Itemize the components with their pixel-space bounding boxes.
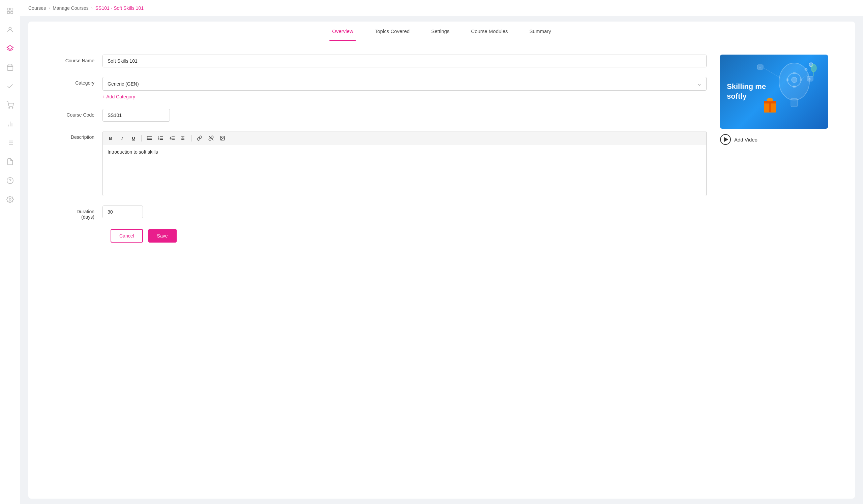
course-code-label: Course Code xyxy=(55,109,102,118)
category-value: Generic (GEN) xyxy=(108,81,139,87)
svg-rect-25 xyxy=(148,137,152,137)
svg-point-23 xyxy=(9,198,11,201)
tab-topics-covered[interactable]: Topics Covered xyxy=(372,22,412,41)
description-label: Description xyxy=(55,131,102,140)
svg-rect-27 xyxy=(148,138,152,139)
cancel-button[interactable]: Cancel xyxy=(111,229,143,243)
list-icon[interactable] xyxy=(5,138,15,148)
toolbar-sep-1 xyxy=(141,135,141,142)
course-name-input[interactable] xyxy=(102,55,706,67)
svg-marker-5 xyxy=(7,46,13,50)
tab-settings[interactable]: Settings xyxy=(428,22,452,41)
breadcrumb-courses[interactable]: Courses xyxy=(28,5,46,11)
tab-overview[interactable]: Overview xyxy=(329,22,356,41)
ordered-list-button[interactable]: 1. 2. 3. xyxy=(156,133,166,143)
svg-rect-0 xyxy=(7,8,9,10)
save-button[interactable]: Save xyxy=(148,229,177,243)
calendar-icon[interactable] xyxy=(5,62,15,73)
settings-icon[interactable] xyxy=(5,194,15,205)
category-select-wrap: Generic (GEN) ⌄ xyxy=(102,77,706,91)
chevron-down-icon: ⌄ xyxy=(697,80,701,87)
svg-rect-31 xyxy=(160,137,163,137)
chart-icon[interactable] xyxy=(5,119,15,129)
image-button[interactable] xyxy=(217,133,227,143)
add-video-button[interactable]: Add Video xyxy=(720,134,828,145)
svg-text:3.: 3. xyxy=(158,138,160,140)
bullet-list-button[interactable] xyxy=(144,133,154,143)
document-icon[interactable] xyxy=(5,156,15,167)
svg-rect-51 xyxy=(793,86,796,88)
breadcrumb-current: SS101 - Soft Skills 101 xyxy=(96,5,143,11)
breadcrumb: Courses › Manage Courses › SS101 - Soft … xyxy=(20,0,863,16)
play-triangle xyxy=(724,137,728,142)
tab-course-modules[interactable]: Course Modules xyxy=(468,22,510,41)
user-icon[interactable] xyxy=(5,24,15,35)
svg-line-62 xyxy=(764,68,781,78)
svg-rect-52 xyxy=(787,78,788,81)
bold-button[interactable]: B xyxy=(105,133,116,143)
check-icon[interactable] xyxy=(5,81,15,92)
indent-left-button[interactable] xyxy=(167,133,177,143)
thumbnail-text: Skilling me softly xyxy=(727,82,766,101)
breadcrumb-sep-1: › xyxy=(49,6,50,11)
svg-point-46 xyxy=(222,137,222,138)
layers-icon[interactable] xyxy=(5,43,15,54)
toolbar-sep-2 xyxy=(191,135,192,142)
description-row: Description B I U xyxy=(55,131,706,196)
svg-point-21 xyxy=(7,178,13,184)
duration-label: Duration(days) xyxy=(55,206,102,220)
dashboard-icon[interactable] xyxy=(5,5,15,16)
add-category-button[interactable]: + Add Category xyxy=(102,94,706,99)
svg-text:☺: ☺ xyxy=(759,66,761,69)
tabs-nav: Overview Topics Covered Settings Course … xyxy=(28,22,855,41)
help-icon[interactable] xyxy=(5,175,15,186)
svg-rect-3 xyxy=(11,11,12,13)
editor-toolbar: B I U xyxy=(103,131,706,145)
category-label: Category xyxy=(55,77,102,86)
svg-rect-29 xyxy=(148,139,152,140)
breadcrumb-manage[interactable]: Manage Courses xyxy=(53,5,89,11)
underline-button[interactable]: U xyxy=(128,133,139,143)
link-button[interactable] xyxy=(195,133,205,143)
duration-input[interactable] xyxy=(102,206,143,218)
svg-point-26 xyxy=(147,138,148,139)
svg-point-10 xyxy=(9,107,10,108)
category-select[interactable]: Generic (GEN) ⌄ xyxy=(102,77,706,91)
duration-input-wrap xyxy=(102,206,706,218)
description-editor-body[interactable]: Introduction to soft skills xyxy=(103,145,706,196)
tab-summary[interactable]: Summary xyxy=(527,22,554,41)
indent-right-button[interactable] xyxy=(179,133,189,143)
svg-text:⚖: ⚖ xyxy=(809,78,811,81)
form-area: Course Name Category Generic (GEN) ⌄ xyxy=(28,55,855,243)
add-video-label: Add Video xyxy=(734,137,758,142)
category-input-wrap: Generic (GEN) ⌄ + Add Category xyxy=(102,77,706,99)
unlink-button[interactable] xyxy=(206,133,216,143)
description-input-wrap: B I U xyxy=(102,131,706,196)
italic-button[interactable]: I xyxy=(117,133,127,143)
course-name-label: Course Name xyxy=(55,55,102,63)
svg-point-4 xyxy=(9,27,11,30)
play-icon xyxy=(720,134,731,145)
breadcrumb-sep-2: › xyxy=(91,6,93,11)
form-left: Course Name Category Generic (GEN) ⌄ xyxy=(55,55,706,243)
cart-icon[interactable] xyxy=(5,100,15,111)
course-thumbnail: Skilling me softly xyxy=(720,55,828,129)
course-code-input[interactable] xyxy=(102,109,170,121)
svg-point-68 xyxy=(811,64,816,72)
main-content: Courses › Manage Courses › SS101 - Soft … xyxy=(20,0,863,504)
svg-point-49 xyxy=(791,77,797,82)
svg-rect-1 xyxy=(11,8,12,10)
course-code-input-wrap xyxy=(102,109,706,121)
svg-rect-33 xyxy=(160,138,163,139)
svg-point-61 xyxy=(805,68,808,71)
svg-point-28 xyxy=(147,139,148,140)
description-editor: B I U xyxy=(102,131,706,196)
category-row: Category Generic (GEN) ⌄ + Add Category xyxy=(55,77,706,99)
course-name-input-wrap xyxy=(102,55,706,67)
course-code-row: Course Code xyxy=(55,109,706,121)
duration-row: Duration(days) xyxy=(55,206,706,220)
svg-rect-50 xyxy=(793,72,796,74)
svg-rect-35 xyxy=(160,139,163,140)
svg-rect-54 xyxy=(791,99,798,107)
content-card: Overview Topics Covered Settings Course … xyxy=(28,22,855,499)
